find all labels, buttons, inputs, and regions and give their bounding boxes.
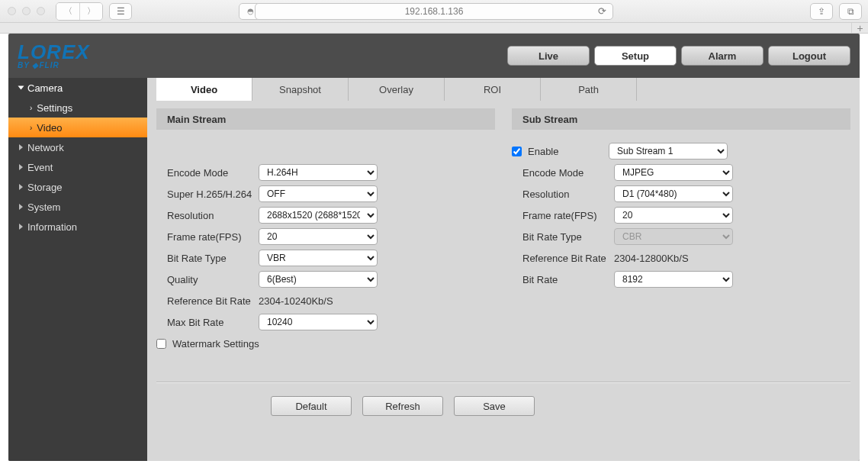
app-frame: LOREX BY ◆FLIR Live Setup Alarm Logout C… bbox=[8, 34, 860, 461]
label-refbr: Reference Bit Rate bbox=[167, 295, 259, 307]
chevron-right-icon bbox=[19, 184, 23, 190]
brand-name: LOREX bbox=[18, 40, 90, 63]
app-header: LOREX BY ◆FLIR Live Setup Alarm Logout bbox=[8, 34, 860, 78]
sidebar-group-network[interactable]: Network bbox=[8, 137, 147, 157]
select-fps[interactable]: 20 bbox=[259, 228, 378, 245]
sidebar-label-system: System bbox=[27, 201, 60, 213]
select-sub-encode-mode[interactable]: MJPEG bbox=[614, 164, 733, 181]
select-sub-resolution[interactable]: D1 (704*480) bbox=[614, 185, 733, 202]
label-sub-brtype: Bit Rate Type bbox=[522, 231, 614, 243]
window-controls bbox=[8, 7, 45, 15]
reload-icon[interactable]: ⟳ bbox=[598, 5, 606, 17]
default-button[interactable]: Default bbox=[271, 396, 352, 416]
select-sub-stream[interactable]: Sub Stream 1 bbox=[609, 143, 728, 160]
zoom-window-icon[interactable] bbox=[37, 7, 45, 15]
select-superhx[interactable]: OFF bbox=[259, 185, 378, 202]
brand-logo: LOREX BY ◆FLIR bbox=[18, 42, 90, 69]
tab-path[interactable]: Path bbox=[541, 78, 637, 101]
label-sub-br: Bit Rate bbox=[522, 274, 614, 285]
minimize-window-icon[interactable] bbox=[22, 7, 31, 15]
select-quality[interactable]: 6(Best) bbox=[259, 271, 378, 288]
nav-logout[interactable]: Logout bbox=[768, 46, 850, 66]
chevron-right-icon bbox=[19, 144, 23, 150]
sidebar-item-settings[interactable]: › Settings bbox=[8, 98, 147, 118]
label-watermark: Watermark Settings bbox=[172, 338, 259, 350]
sub-stream-panel: Sub Stream Enable Sub Stream 1 Encode Mo… bbox=[512, 108, 850, 354]
label-superhx: Super H.265/H.264 bbox=[167, 188, 259, 200]
chevron-right-icon bbox=[19, 204, 23, 210]
top-nav: Live Setup Alarm Logout bbox=[507, 46, 850, 66]
sidebar-label-information: Information bbox=[27, 221, 77, 233]
label-sub-refbr: Reference Bit Rate bbox=[522, 253, 614, 264]
sidebar-toggle-button[interactable]: ☰ bbox=[109, 3, 132, 20]
label-enable: Enable bbox=[528, 146, 609, 157]
address-text: 192.168.1.136 bbox=[405, 6, 464, 17]
sidebar-label-video: Video bbox=[37, 122, 62, 134]
save-button[interactable]: Save bbox=[454, 396, 535, 416]
sidebar-label-network: Network bbox=[27, 142, 64, 153]
nav-alarm[interactable]: Alarm bbox=[681, 46, 764, 66]
chevron-right-icon: › bbox=[30, 104, 32, 112]
sidebar: Camera › Settings › Video Network Event … bbox=[8, 78, 147, 461]
select-resolution[interactable]: 2688x1520 (2688*1520) bbox=[259, 207, 378, 224]
sidebar-group-information[interactable]: Information bbox=[8, 217, 147, 237]
nav-setup[interactable]: Setup bbox=[594, 46, 677, 66]
checkbox-watermark[interactable] bbox=[156, 339, 166, 349]
nav-back-forward: 〈 〉 bbox=[56, 2, 103, 21]
tab-video[interactable]: Video bbox=[156, 78, 252, 101]
nav-live[interactable]: Live bbox=[507, 46, 590, 66]
sidebar-label-storage: Storage bbox=[27, 182, 63, 193]
select-maxbr[interactable]: 10240 bbox=[259, 314, 378, 330]
browser-toolbar: 〈 〉 ☰ ◓ ••• 192.168.1.136 ⟳ ⇪ ⧉ bbox=[0, 0, 868, 23]
refresh-button[interactable]: Refresh bbox=[362, 396, 443, 416]
sidebar-item-video[interactable]: › Video bbox=[8, 118, 147, 137]
tab-overlay[interactable]: Overlay bbox=[349, 78, 445, 101]
chevron-right-icon bbox=[19, 164, 23, 170]
divider bbox=[156, 382, 850, 382]
chevron-right-icon bbox=[19, 224, 23, 230]
sub-stream-title: Sub Stream bbox=[512, 108, 850, 130]
checkbox-enable-sub[interactable] bbox=[512, 147, 522, 156]
chevron-down-icon bbox=[18, 86, 24, 90]
label-fps: Frame rate(FPS) bbox=[167, 231, 259, 243]
sidebar-group-camera[interactable]: Camera bbox=[8, 78, 147, 98]
share-button[interactable]: ⇪ bbox=[810, 3, 833, 20]
select-sub-brtype: CBR bbox=[614, 228, 733, 245]
new-tab-button[interactable]: + bbox=[851, 23, 868, 33]
action-buttons: Default Refresh Save bbox=[156, 396, 850, 416]
close-window-icon[interactable] bbox=[8, 7, 16, 15]
content-tabs: Video Snapshot Overlay ROI Path bbox=[156, 78, 850, 101]
back-button[interactable]: 〈 bbox=[56, 3, 79, 20]
label-sub-fps: Frame rate(FPS) bbox=[522, 210, 614, 221]
label-quality: Quality bbox=[167, 274, 259, 285]
label-sub-resolution: Resolution bbox=[522, 188, 614, 200]
select-sub-fps[interactable]: 20 bbox=[614, 207, 733, 224]
chevron-right-icon: › bbox=[30, 124, 32, 132]
forward-button[interactable]: 〉 bbox=[79, 3, 102, 20]
label-brtype: Bit Rate Type bbox=[167, 253, 259, 264]
sidebar-label-event: Event bbox=[27, 162, 53, 173]
tab-roi[interactable]: ROI bbox=[445, 78, 541, 101]
content-area: Video Snapshot Overlay ROI Path Main Str… bbox=[147, 78, 860, 461]
sidebar-label-settings: Settings bbox=[37, 102, 72, 114]
main-stream-title: Main Stream bbox=[156, 108, 495, 130]
select-sub-br[interactable]: 8192 bbox=[614, 271, 733, 288]
main-stream-panel: Main Stream Encode Mode H.264H Super H.2… bbox=[156, 108, 495, 354]
value-refbr: 2304-10240Kb/S bbox=[259, 295, 333, 307]
tab-snapshot[interactable]: Snapshot bbox=[252, 78, 349, 101]
value-sub-refbr: 2304-12800Kb/S bbox=[614, 253, 689, 264]
label-resolution: Resolution bbox=[167, 210, 259, 221]
label-encode-mode: Encode Mode bbox=[167, 167, 259, 179]
tabs-button[interactable]: ⧉ bbox=[839, 3, 862, 20]
label-maxbr: Max Bit Rate bbox=[167, 317, 259, 328]
sidebar-group-system[interactable]: System bbox=[8, 197, 147, 217]
address-bar[interactable]: 192.168.1.136 ⟳ bbox=[255, 3, 613, 20]
label-sub-encode-mode: Encode Mode bbox=[522, 167, 614, 179]
sidebar-group-storage[interactable]: Storage bbox=[8, 177, 147, 197]
sidebar-label-camera: Camera bbox=[27, 82, 63, 94]
select-brtype[interactable]: VBR bbox=[259, 250, 378, 266]
tab-bar: + bbox=[0, 23, 868, 34]
select-encode-mode[interactable]: H.264H bbox=[259, 164, 378, 181]
sidebar-group-event[interactable]: Event bbox=[8, 157, 147, 177]
